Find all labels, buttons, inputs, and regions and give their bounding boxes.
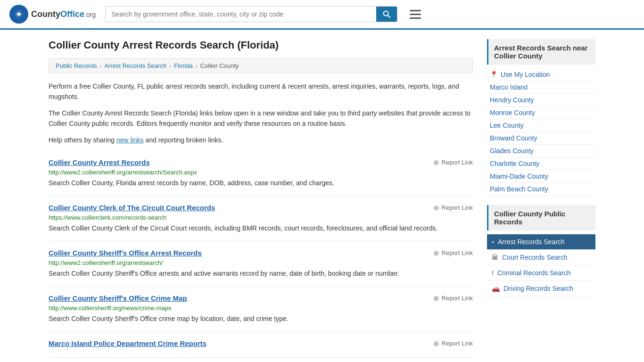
sidebar-nearby-link-0[interactable]: Marco Island	[490, 83, 528, 91]
report-icon: ⊗	[433, 294, 439, 303]
report-link-1[interactable]: ⊗ Report Link	[433, 204, 473, 212]
hamburger-menu-button[interactable]	[407, 7, 424, 22]
breadcrumb: Public Records › Arrest Records Search ›…	[49, 58, 473, 74]
result-desc-0: Search Collier County, Florida arrest re…	[49, 178, 473, 188]
sidebar-nearby-link-1[interactable]: Hendry County	[490, 96, 534, 104]
result-url-0[interactable]: http://www2.colliersheriff.org/arrestsea…	[49, 169, 473, 176]
sidebar-nearby-link-8[interactable]: Palm Beach County	[490, 185, 548, 193]
arrest-icon: ▪	[492, 238, 494, 246]
result-header: Collier County Arrest Records ⊗ Report L…	[49, 158, 473, 167]
report-link-label: Report Link	[442, 340, 473, 347]
result-title-4[interactable]: Marco Island Police Department Crime Rep…	[49, 339, 206, 347]
result-header: Marco Island Police Department Crime Rep…	[49, 339, 473, 348]
report-link-2[interactable]: ⊗ Report Link	[433, 249, 473, 257]
report-icon: ⊗	[433, 158, 439, 167]
sidebar-nearby-item: Palm Beach County	[487, 183, 595, 196]
location-pin-icon: 📍	[490, 71, 498, 78]
result-item: Collier County Arrest Records ⊗ Report L…	[49, 151, 473, 196]
sidebar-nearby-item: Monroe County	[487, 107, 595, 119]
sidebar-records-link-0[interactable]: ▪Arrest Records Search	[487, 234, 595, 249]
report-icon: ⊗	[433, 339, 439, 348]
sidebar-nearby-link-4[interactable]: Broward County	[490, 134, 537, 142]
sidebar-records-link-2[interactable]: !Criminal Records Search	[487, 265, 595, 280]
result-title-2[interactable]: Collier County Sheriff's Office Arrest R…	[49, 249, 202, 257]
sidebar-nearby-link-7[interactable]: Miami-Dade County	[490, 173, 548, 180]
result-header: Collier County Clerk of The Circuit Cour…	[49, 204, 473, 212]
result-title-0[interactable]: Collier County Arrest Records	[49, 158, 150, 166]
report-link-4[interactable]: ⊗ Report Link	[433, 339, 473, 348]
report-link-label: Report Link	[442, 204, 473, 211]
sidebar-nearby-link-6[interactable]: Charlotte County	[490, 160, 539, 167]
result-desc-2: Search Collier County Sheriff's Office a…	[49, 269, 473, 279]
breadcrumb-sep: ›	[169, 63, 171, 69]
report-link-label: Report Link	[442, 295, 473, 302]
description-3: Help others by sharing new links and rep…	[49, 135, 473, 145]
result-item: Collier County Clerk of The Circuit Cour…	[49, 196, 473, 241]
svg-point-2	[17, 13, 20, 16]
sidebar-nearby-item: Broward County	[487, 132, 595, 145]
criminal-icon: !	[492, 269, 494, 277]
breadcrumb-sep: ›	[99, 63, 101, 69]
result-title-3[interactable]: Collier County Sheriff's Office Crime Ma…	[49, 294, 187, 302]
sidebar-records-item: 🏛Court Records Search	[487, 250, 595, 265]
description-1: Perform a free Collier County, FL public…	[49, 81, 473, 102]
sidebar: Arrest Records Search near Collier Count…	[487, 39, 595, 358]
result-desc-3: Search Collier County Sheriff's Office c…	[49, 314, 473, 324]
sidebar-nearby-item: Marco Island	[487, 81, 595, 94]
sidebar-nearby-title: Arrest Records Search near Collier Count…	[487, 39, 595, 65]
report-link-label: Report Link	[442, 249, 473, 256]
report-link-3[interactable]: ⊗ Report Link	[433, 294, 473, 303]
sidebar-nearby-list: 📍 Use My Location Marco IslandHendry Cou…	[487, 68, 595, 196]
sidebar-nearby-item: Hendry County	[487, 94, 595, 107]
sidebar-nearby-link-5[interactable]: Glades County	[490, 147, 534, 155]
sidebar-nearby-link-3[interactable]: Lee County	[490, 122, 524, 129]
use-location-item: 📍 Use My Location	[487, 68, 595, 81]
sidebar-records-item: 🚗Driving Records Search	[487, 281, 595, 296]
result-header: Collier County Sheriff's Office Crime Ma…	[49, 294, 473, 303]
driving-icon: 🚗	[492, 285, 500, 292]
breadcrumb-sep: ›	[196, 63, 198, 69]
report-icon: ⊗	[433, 249, 439, 257]
sidebar-nearby-item: Charlotte County	[487, 157, 595, 170]
hamburger-line	[410, 10, 421, 11]
sidebar-records-label: Criminal Records Search	[497, 269, 571, 277]
logo-icon	[9, 5, 28, 24]
sidebar-records-item: !Criminal Records Search	[487, 265, 595, 281]
breadcrumb-florida[interactable]: Florida	[174, 62, 193, 69]
result-item: Collier County Sheriff's Office Crime Ma…	[49, 287, 473, 332]
site-header: CountyOffice.org	[0, 0, 644, 30]
hamburger-line	[410, 14, 421, 15]
report-icon: ⊗	[433, 204, 439, 212]
sidebar-records-item: ▪Arrest Records Search	[487, 234, 595, 250]
sidebar-records-label: Driving Records Search	[504, 285, 573, 292]
breadcrumb-public-records[interactable]: Public Records	[56, 62, 97, 69]
sidebar-nearby-item: Miami-Dade County	[487, 170, 595, 183]
breadcrumb-current: Collier County	[200, 62, 239, 69]
result-desc-1: Search Collier County Clerk of the Circu…	[49, 223, 473, 233]
sidebar-nearby-item: Lee County	[487, 119, 595, 132]
logo-link[interactable]: CountyOffice.org	[9, 5, 96, 24]
report-link-0[interactable]: ⊗ Report Link	[433, 158, 473, 167]
results-list: Collier County Arrest Records ⊗ Report L…	[49, 151, 473, 358]
use-location-link[interactable]: Use My Location	[501, 71, 550, 78]
court-icon: 🏛	[492, 254, 498, 261]
sidebar-records-label: Court Records Search	[502, 254, 568, 261]
search-bar	[105, 6, 397, 22]
search-input[interactable]	[106, 7, 376, 22]
sidebar-nearby-link-2[interactable]: Monroe County	[490, 109, 535, 116]
search-icon	[383, 10, 390, 18]
new-links-link[interactable]: new links	[116, 136, 144, 144]
result-url-2[interactable]: http://www2.colliersheriff.org/arrestsea…	[49, 259, 473, 266]
search-button[interactable]	[376, 7, 397, 22]
result-url-3[interactable]: http://www.colliersheriff.org/news/crime…	[49, 304, 473, 312]
result-url-1[interactable]: https://www.collierclerk.com/records-sea…	[49, 214, 473, 221]
sidebar-records-label: Arrest Records Search	[498, 238, 565, 246]
sidebar-records-link-3[interactable]: 🚗Driving Records Search	[487, 281, 595, 296]
result-title-1[interactable]: Collier County Clerk of The Circuit Cour…	[49, 204, 215, 212]
main-container: Collier County Arrest Records Search (Fl…	[39, 30, 605, 362]
result-header: Collier County Sheriff's Office Arrest R…	[49, 249, 473, 257]
sidebar-records-link-1[interactable]: 🏛Court Records Search	[487, 250, 595, 265]
breadcrumb-arrest-records[interactable]: Arrest Records Search	[104, 62, 166, 69]
page-title: Collier County Arrest Records Search (Fl…	[49, 39, 473, 51]
description-2: The Collier County Arrest Records Search…	[49, 108, 473, 129]
